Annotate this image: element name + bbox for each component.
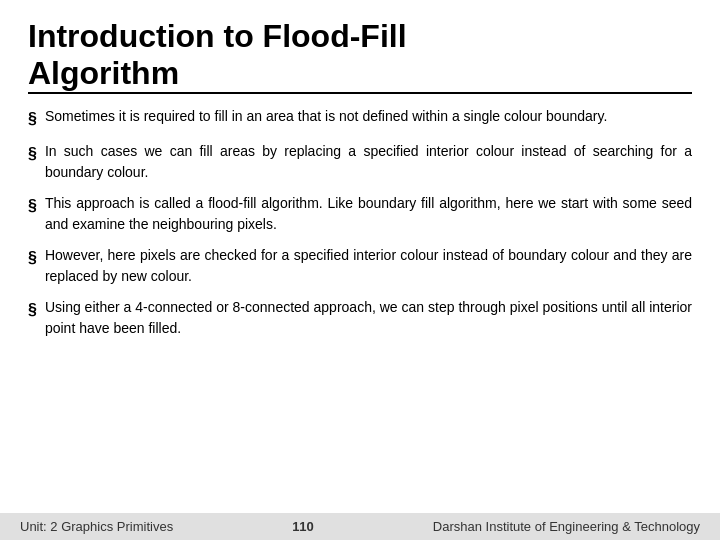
bullet-icon: § bbox=[28, 194, 37, 218]
main-content: Introduction to Flood-Fill Algorithm § S… bbox=[0, 0, 720, 359]
bullet-icon: § bbox=[28, 246, 37, 270]
title-line1: Introduction to Flood-Fill bbox=[28, 18, 407, 54]
footer-unit: Unit: 2 Graphics Primitives bbox=[20, 519, 173, 534]
list-item: § This approach is called a flood-fill a… bbox=[28, 193, 692, 235]
bullet-icon: § bbox=[28, 107, 37, 131]
footer: Unit: 2 Graphics Primitives 110 Darshan … bbox=[0, 513, 720, 540]
list-item: § Using either a 4-connected or 8-connec… bbox=[28, 297, 692, 339]
list-item: § In such cases we can fill areas by rep… bbox=[28, 141, 692, 183]
bullet-icon: § bbox=[28, 298, 37, 322]
bullet-icon: § bbox=[28, 142, 37, 166]
list-item: § However, here pixels are checked for a… bbox=[28, 245, 692, 287]
footer-institute: Darshan Institute of Engineering & Techn… bbox=[433, 519, 700, 534]
bullet-list: § Sometimes it is required to fill in an… bbox=[28, 106, 692, 339]
page-title: Introduction to Flood-Fill Algorithm bbox=[28, 18, 692, 94]
footer-page-number: 110 bbox=[292, 519, 314, 534]
title-line2: Algorithm bbox=[28, 55, 179, 91]
list-item: § Sometimes it is required to fill in an… bbox=[28, 106, 692, 131]
